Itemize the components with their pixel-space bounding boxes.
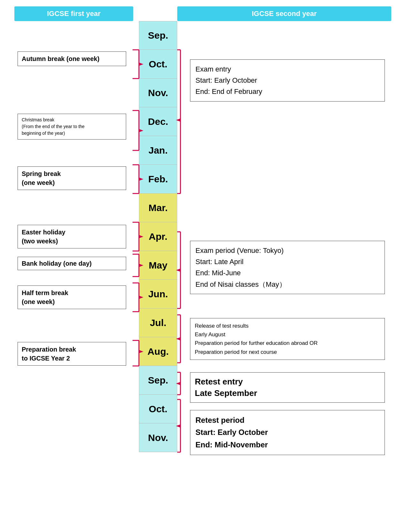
exam-entry-card: Exam entryStart: Early OctoberEnd: End o… <box>190 59 385 102</box>
half-term-break-label: Half term break(one week) <box>22 289 68 305</box>
header-row: IGCSE first year IGCSE second year <box>14 6 398 21</box>
easter-holiday-card: Easter holiday(two weeks) <box>18 225 126 248</box>
months-col: Sep. Oct. Nov. Dec. Jan. Feb. <box>139 21 177 452</box>
month-jun: Jun. <box>139 280 177 308</box>
month-jan-label: Jan. <box>149 145 168 156</box>
preparation-break-card: Preparation breakto IGCSE Year 2 <box>18 342 126 366</box>
easter-holiday-label: Easter holiday(two weeks) <box>22 229 65 245</box>
retest-period-label: Retest periodStart: Early OctoberEnd: Mi… <box>195 416 268 449</box>
exam-period-label: Exam period (Venue: Tokyo)Start: Late Ap… <box>195 247 286 288</box>
month-oct1-label: Oct. <box>149 59 167 70</box>
month-sep1-label: Sep. <box>148 30 168 41</box>
month-sep2: Sep. <box>139 366 177 395</box>
month-oct2-label: Oct. <box>149 404 167 414</box>
header-right: IGCSE second year <box>174 6 391 21</box>
autumn-break-label: Autumn break (one week) <box>22 55 99 62</box>
left-header-banner: IGCSE first year <box>14 6 133 21</box>
height-spacer <box>14 21 15 459</box>
month-nov2: Nov. <box>139 423 177 452</box>
month-nov1: Nov. <box>139 79 177 107</box>
header-center-space <box>136 6 174 21</box>
month-jul: Jul. <box>139 308 177 337</box>
christmas-break-label: Christmas break(From the end of the year… <box>22 117 85 136</box>
month-may: May <box>139 251 177 280</box>
month-oct1: Oct. <box>139 50 177 79</box>
month-dec: Dec. <box>139 107 177 136</box>
month-sep2-label: Sep. <box>148 375 168 386</box>
diagram: IGCSE first year IGCSE second year <box>14 6 398 459</box>
month-mar: Mar. <box>139 194 177 222</box>
month-dec-label: Dec. <box>148 116 168 127</box>
half-term-break-card: Half term break(one week) <box>18 285 126 309</box>
exam-entry-label: Exam entryStart: Early OctoberEnd: End o… <box>195 65 262 95</box>
month-oct2: Oct. <box>139 395 177 423</box>
month-feb: Feb. <box>139 165 177 194</box>
spring-break-card: Spring break(one week) <box>18 166 126 190</box>
header-left: IGCSE first year <box>14 6 136 21</box>
preparation-break-label: Preparation breakto IGCSE Year 2 <box>22 346 76 362</box>
month-aug: Aug. <box>139 337 177 366</box>
retest-period-card: Retest periodStart: Early OctoberEnd: Mi… <box>190 410 385 455</box>
test-results-label: Release of test resultsEarly AugustPrepa… <box>195 323 318 355</box>
month-jan: Jan. <box>139 136 177 165</box>
timeline-area: Autumn break (one week) Christmas break(… <box>14 21 398 459</box>
month-apr: Apr. <box>139 222 177 251</box>
spring-break-label: Spring break(one week) <box>22 170 61 186</box>
bank-holiday-card: Bank holiday (one day) <box>18 257 126 270</box>
month-aug-label: Aug. <box>148 346 169 357</box>
autumn-break-card: Autumn break (one week) <box>18 51 126 66</box>
exam-period-card: Exam period (Venue: Tokyo)Start: Late Ap… <box>190 241 385 294</box>
month-nov1-label: Nov. <box>148 87 168 98</box>
month-feb-label: Feb. <box>148 174 168 185</box>
retest-entry-label: Retest entryLate September <box>195 377 257 398</box>
retest-entry-card: Retest entryLate September <box>190 372 385 403</box>
month-jun-label: Jun. <box>148 289 168 300</box>
bank-holiday-label: Bank holiday (one day) <box>22 260 92 267</box>
month-nov2-label: Nov. <box>148 432 168 443</box>
month-jul-label: Jul. <box>150 317 166 328</box>
test-results-card: Release of test resultsEarly AugustPrepa… <box>190 318 385 360</box>
month-mar-label: Mar. <box>149 202 168 213</box>
month-sep1: Sep. <box>139 21 177 50</box>
month-apr-label: Apr. <box>149 231 167 242</box>
month-may-label: May <box>149 260 167 271</box>
christmas-break-card: Christmas break(From the end of the year… <box>18 114 126 140</box>
right-header-banner: IGCSE second year <box>177 6 391 21</box>
